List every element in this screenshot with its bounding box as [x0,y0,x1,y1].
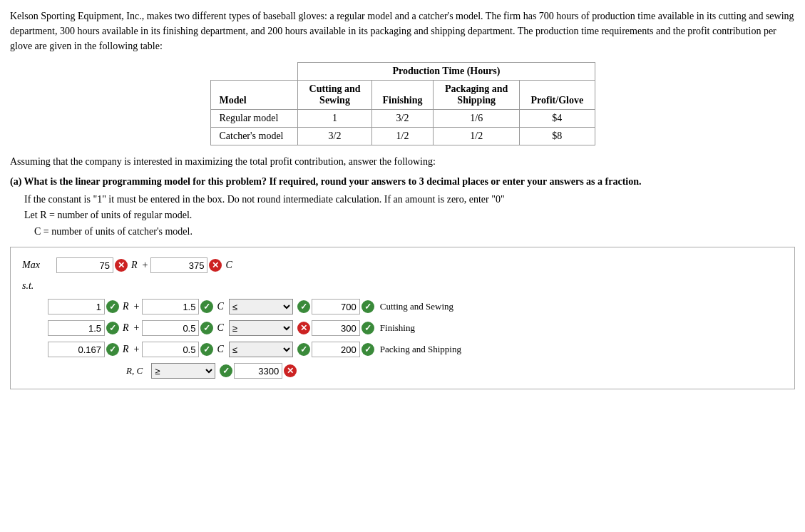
c2-ineq-select[interactable]: ≤ ≥ = [229,320,293,336]
c3-ineq-icon: ✓ [297,343,310,356]
rc-ineq-select[interactable]: ≤ ≥ = [151,363,215,379]
c1-label: Cutting and Sewing [380,301,453,312]
c2-c-var: C [217,322,223,334]
c1-ineq-select[interactable]: ≤ ≥ = [229,299,293,314]
max-c-input[interactable] [150,257,207,273]
c1-rhs-icon: ✓ [362,300,374,313]
c2-r-var: R [123,322,129,334]
table-row: Regular model 1 3/2 1/6 $4 [210,110,595,128]
constraint-row-2: ✓ R + ✓ C ≤ ≥ = ✕ ✓ Finishing [48,320,783,336]
nonnegativity-row: R, C ≤ ≥ = ✓ ✕ [126,363,783,379]
row-catcher-profit: $8 [520,128,595,145]
rc-vars-label: R, C [126,365,143,377]
col-finishing: Finishing [371,81,434,110]
row-catcher-cutting: 3/2 [298,128,372,145]
assuming-text: Assuming that the company is interested … [10,154,795,169]
rc-rhs-input[interactable] [234,363,282,379]
max-plus: + [143,260,148,271]
max-row: Max ✕ R + ✕ C [22,257,783,273]
c1-c-input[interactable] [142,299,199,314]
production-table: Production Time (Hours) Model Cutting an… [210,62,595,145]
max-r-var: R [131,260,138,271]
c3-r-var: R [123,344,129,355]
table-row: Catcher's model 3/2 1/2 1/2 $8 [210,128,595,145]
st-label: s.t. [22,280,56,292]
c1-r-icon: ✓ [106,300,119,313]
c3-r-icon: ✓ [106,343,119,356]
col-profit: Profit/Glove [520,81,595,110]
constraint-row-1: ✓ R + ✓ C ≤ ≥ = ✓ ✓ Cutting and Sewing [48,299,783,314]
c1-plus: + [134,301,140,312]
constraints-area: ✓ R + ✓ C ≤ ≥ = ✓ ✓ Cutting and Sewing ✓… [48,299,783,379]
c1-c-var: C [217,301,223,312]
lp-box: Max ✕ R + ✕ C s.t. ✓ R + ✓ C ≤ ≥ = ✓ [10,247,795,389]
max-c-icon: ✕ [209,259,222,272]
row-regular-profit: $4 [520,110,595,128]
row-regular-cutting: 1 [298,110,372,128]
row-regular-finishing: 3/2 [371,110,434,128]
max-r-icon: ✕ [115,259,128,272]
c2-c-icon: ✓ [200,322,213,334]
c2-r-icon: ✓ [106,322,119,334]
c2-label: Finishing [380,322,415,334]
c2-plus: + [134,322,140,334]
intro-text: Kelson Sporting Equipment, Inc., makes t… [10,11,794,51]
intro-paragraph: Kelson Sporting Equipment, Inc., makes t… [10,9,795,53]
row-catcher-packaging: 1/2 [434,128,520,145]
c3-c-var: C [217,344,223,355]
c3-rhs-icon: ✓ [362,343,374,356]
c3-c-icon: ✓ [200,343,213,356]
c2-rhs-input[interactable] [312,320,360,336]
question-a-label: (a) What is the linear programming model… [10,176,795,188]
col-model: Model [210,81,298,110]
c3-plus: + [134,344,140,355]
c2-rhs-icon: ✓ [362,322,374,334]
rc-ineq-icon: ✓ [220,364,232,377]
c1-r-input[interactable] [48,299,105,314]
col-packaging: Packaging andShipping [434,81,520,110]
table-title: Production Time (Hours) [298,63,595,81]
row-regular-model: Regular model [210,110,298,128]
question-a-body: If the constant is "1" it must be entere… [24,192,795,240]
c3-label: Packing and Shipping [380,344,461,355]
row-catcher-finishing: 1/2 [371,128,434,145]
c2-r-input[interactable] [48,320,105,336]
rc-rhs-icon: ✕ [284,364,297,377]
c1-c-icon: ✓ [200,300,213,313]
c3-r-input[interactable] [48,342,105,357]
max-r-input[interactable] [56,257,113,273]
c3-c-input[interactable] [142,342,199,357]
c1-ineq-icon: ✓ [297,300,310,313]
col-cutting: Cutting andSewing [298,81,372,110]
c2-c-input[interactable] [142,320,199,336]
c3-ineq-select[interactable]: ≤ ≥ = [229,342,293,357]
st-row: s.t. [22,280,783,292]
constraint-row-3: ✓ R + ✓ C ≤ ≥ = ✓ ✓ Packing and Shipping [48,342,783,357]
c1-r-var: R [123,301,129,312]
row-regular-packaging: 1/6 [434,110,520,128]
max-label: Max [22,260,56,271]
c2-ineq-icon: ✕ [297,322,310,334]
row-catcher-model: Catcher's model [210,128,298,145]
c1-rhs-input[interactable] [312,299,360,314]
max-c-var: C [225,260,232,271]
c3-rhs-input[interactable] [312,342,360,357]
